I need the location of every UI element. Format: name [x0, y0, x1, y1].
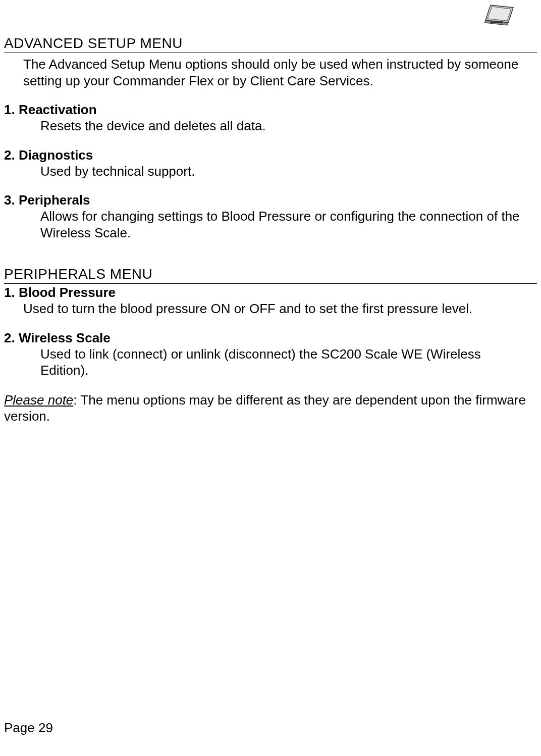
- item-title: 3. Peripherals: [4, 192, 537, 208]
- item-wireless-scale: 2. Wireless Scale Used to link (connect)…: [4, 330, 537, 379]
- item-title: 2. Wireless Scale: [4, 330, 537, 346]
- svg-marker-1: [488, 7, 511, 21]
- item-desc: Used to link (connect) or unlink (discon…: [40, 346, 527, 379]
- item-title: 1. Reactivation: [4, 102, 537, 118]
- item-blood-pressure: 1. Blood Pressure Used to turn the blood…: [4, 285, 537, 317]
- item-desc: Resets the device and deletes all data.: [40, 118, 527, 134]
- item-diagnostics: 2. Diagnostics Used by technical support…: [4, 147, 537, 180]
- svg-rect-3: [491, 21, 503, 23]
- advanced-setup-heading: ADVANCED SETUP MENU: [4, 35, 537, 53]
- please-note: Please note: The menu options may be dif…: [4, 392, 537, 425]
- note-text: : The menu options may be different as t…: [4, 392, 526, 424]
- item-title: 2. Diagnostics: [4, 147, 537, 163]
- item-desc: Used to turn the blood pressure ON or OF…: [23, 300, 527, 317]
- item-reactivation: 1. Reactivation Resets the device and de…: [4, 102, 537, 134]
- peripherals-menu-heading: PERIPHERALS MENU: [4, 266, 537, 284]
- item-desc: Used by technical support.: [40, 163, 527, 180]
- device-icon: [480, 3, 516, 28]
- note-label: Please note: [4, 392, 73, 408]
- item-peripherals: 3. Peripherals Allows for changing setti…: [4, 192, 537, 241]
- item-title: 1. Blood Pressure: [4, 285, 537, 300]
- advanced-setup-intro: The Advanced Setup Menu options should o…: [23, 56, 527, 89]
- page-number: Page 29: [4, 720, 53, 736]
- item-desc: Allows for changing settings to Blood Pr…: [40, 208, 527, 241]
